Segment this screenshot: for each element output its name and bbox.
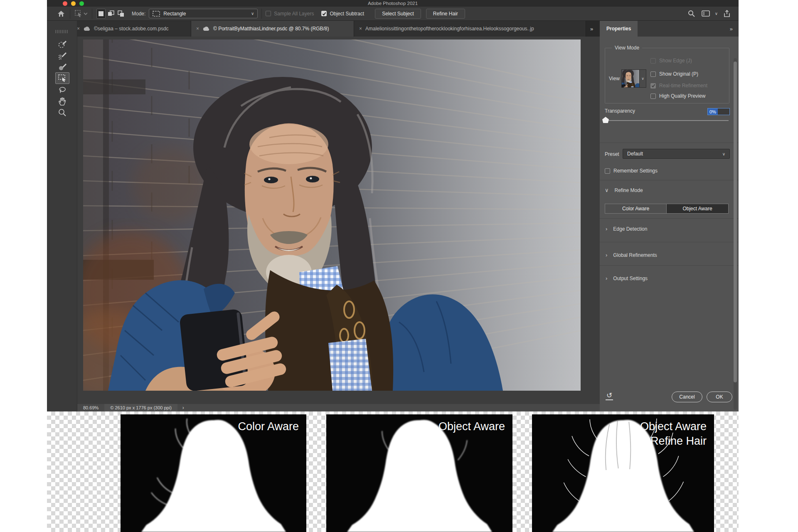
remember-settings-checkbox[interactable]: Remember Settings bbox=[605, 168, 658, 174]
document-tab-bar: × ©seligaa – stock.adobe.com.psdc × © Po… bbox=[72, 21, 600, 37]
chevron-right-icon: › bbox=[606, 252, 607, 258]
properties-panel-header: Properties » bbox=[600, 21, 739, 37]
high-quality-preview-checkbox[interactable]: High Quality Preview bbox=[650, 93, 705, 99]
window-title: Adobe Photoshop 2021 bbox=[47, 0, 739, 7]
properties-panel: Properties » View Mode View ∨ Show Edge … bbox=[600, 21, 739, 411]
add-selection-icon[interactable] bbox=[106, 9, 116, 19]
tab-overflow-icon[interactable]: » bbox=[586, 21, 597, 37]
cloud-icon bbox=[202, 27, 210, 31]
tab-label: © PortraitByMatthiasLindner.psdc @ 80.7%… bbox=[213, 26, 329, 32]
options-toolbar: Mode: Rectangle ∨ Sample All Layers Obje… bbox=[47, 7, 739, 21]
preset-value: Default bbox=[627, 151, 722, 157]
view-mode-dropdown[interactable]: ∨ bbox=[621, 69, 646, 88]
global-refinements-section[interactable]: › Global Refinements bbox=[606, 252, 657, 258]
canvas-area: 80.69% © 2610 px x 1776 px (300 ppi) › bbox=[77, 37, 600, 411]
refine-mode-label: Refine Mode bbox=[615, 187, 643, 193]
document-tab-active[interactable]: × © PortraitByMatthiasLindner.psdc @ 80.… bbox=[191, 21, 354, 37]
properties-tab[interactable]: Properties bbox=[600, 21, 638, 37]
transparency-slider-thumb[interactable] bbox=[602, 117, 609, 123]
select-mask-toolbar bbox=[47, 21, 77, 411]
mode-value: Rectangle bbox=[163, 11, 248, 17]
new-selection-icon[interactable] bbox=[96, 9, 106, 19]
document-tab[interactable]: × Amalelionissittingonthetopoftherockloo… bbox=[354, 21, 586, 37]
zoom-tool[interactable] bbox=[55, 107, 69, 118]
share-icon[interactable] bbox=[722, 9, 732, 19]
preset-dropdown[interactable]: Default ∨ bbox=[623, 149, 730, 159]
close-tab-icon[interactable]: × bbox=[77, 26, 80, 32]
refine-edge-brush-tool[interactable] bbox=[55, 50, 69, 62]
sample-all-layers-checkbox[interactable]: Sample All Layers bbox=[266, 11, 314, 17]
color-aware-button[interactable]: Color Aware bbox=[605, 204, 667, 214]
selection-tool-icon[interactable] bbox=[74, 9, 88, 19]
reset-icon[interactable]: ↺ bbox=[606, 392, 613, 400]
view-label: View bbox=[609, 76, 620, 81]
tab-label: Amalelionissittingonthetopoftherocklooki… bbox=[365, 26, 534, 32]
output-settings-label: Output Settings bbox=[613, 276, 648, 281]
cloud-icon bbox=[83, 27, 91, 31]
screenshot-root: Adobe Photoshop 2021 bbox=[0, 0, 798, 532]
mask-preview-color-aware: Color Aware bbox=[121, 414, 306, 532]
scrollbar-thumb[interactable] bbox=[734, 62, 737, 382]
view-thumbnail bbox=[621, 69, 640, 88]
object-selection-tool[interactable] bbox=[55, 72, 69, 84]
refine-hair-button[interactable]: Refine Hair bbox=[426, 9, 465, 19]
close-tab-icon[interactable]: × bbox=[196, 26, 199, 32]
zoom-level[interactable]: 80.69% bbox=[77, 405, 104, 410]
photoshop-window: Adobe Photoshop 2021 bbox=[47, 0, 739, 411]
home-icon[interactable] bbox=[56, 9, 66, 19]
transparency-input[interactable]: 0% bbox=[707, 108, 730, 115]
marquee-rectangle-icon bbox=[153, 11, 160, 17]
select-subject-button[interactable]: Select Subject bbox=[375, 9, 421, 19]
document-info: © 2610 px x 1776 px (300 ppi) bbox=[104, 404, 177, 411]
preset-label: Preset bbox=[605, 151, 619, 157]
ok-button[interactable]: OK bbox=[707, 392, 732, 402]
workspace-layout-icon[interactable] bbox=[701, 9, 711, 19]
close-tab-icon[interactable]: × bbox=[359, 26, 362, 32]
tab-label: ©seligaa – stock.adobe.com.psdc bbox=[94, 26, 169, 32]
mask-preview-object-aware-refine-hair: Object Aware+ Refine Hair bbox=[532, 414, 714, 532]
lasso-tool[interactable] bbox=[55, 84, 69, 96]
mode-dropdown[interactable]: Rectangle ∨ bbox=[149, 9, 258, 18]
transparency-label: Transparency bbox=[605, 108, 635, 114]
object-subtract-checkbox[interactable]: Object Subtract bbox=[321, 11, 364, 17]
checkbox-checked bbox=[321, 11, 327, 16]
cancel-button[interactable]: Cancel bbox=[672, 392, 702, 402]
edge-detection-label: Edge Detection bbox=[613, 226, 647, 232]
brush-tool[interactable] bbox=[55, 61, 69, 73]
panel-grip[interactable] bbox=[55, 30, 69, 33]
panel-collapse-icon[interactable]: » bbox=[730, 21, 739, 37]
realtime-refinement-checkbox: Real-time Refinement bbox=[650, 83, 707, 89]
mask-label: Color Aware bbox=[238, 419, 299, 434]
canvas-photo[interactable] bbox=[83, 39, 581, 391]
show-original-checkbox[interactable]: Show Original (P) bbox=[650, 71, 698, 77]
mask-preview-object-aware: Object Aware bbox=[326, 414, 512, 532]
document-tab[interactable]: × ©seligaa – stock.adobe.com.psdc bbox=[72, 21, 191, 37]
title-bar: Adobe Photoshop 2021 bbox=[47, 0, 739, 7]
sample-all-layers-label: Sample All Layers bbox=[274, 11, 314, 17]
panel-scrollbar[interactable] bbox=[734, 58, 737, 410]
global-refinements-label: Global Refinements bbox=[613, 252, 657, 258]
properties-panel-body: View Mode View ∨ Show Edge (J) Show Orig… bbox=[600, 37, 739, 411]
view-mode-legend: View Mode bbox=[612, 45, 642, 51]
search-icon[interactable] bbox=[687, 9, 697, 19]
chevron-down-icon[interactable]: ∨ bbox=[715, 11, 718, 16]
quick-selection-tool[interactable] bbox=[55, 38, 69, 50]
output-settings-section[interactable]: › Output Settings bbox=[606, 275, 648, 281]
hand-tool[interactable] bbox=[55, 96, 69, 107]
transparency-slider-track[interactable] bbox=[605, 120, 729, 121]
show-edge-checkbox: Show Edge (J) bbox=[650, 58, 692, 64]
chevron-down-icon: ∨ bbox=[251, 11, 254, 16]
object-aware-button[interactable]: Object Aware bbox=[667, 204, 729, 214]
checkbox bbox=[266, 11, 271, 16]
chevron-right-icon: › bbox=[606, 226, 607, 232]
subtract-selection-icon[interactable] bbox=[116, 9, 126, 19]
refine-mode-section[interactable]: ∨ Refine Mode bbox=[605, 187, 643, 193]
status-bar: 80.69% © 2610 px x 1776 px (300 ppi) › bbox=[77, 404, 600, 411]
status-chevron-icon[interactable]: › bbox=[177, 405, 189, 411]
mode-label: Mode: bbox=[132, 11, 145, 17]
mask-label: Object Aware bbox=[438, 419, 505, 434]
object-subtract-label: Object Subtract bbox=[330, 11, 364, 17]
edge-detection-section[interactable]: › Edge Detection bbox=[606, 226, 647, 232]
chevron-down-icon: ∨ bbox=[641, 76, 644, 81]
chevron-right-icon: › bbox=[606, 275, 607, 281]
